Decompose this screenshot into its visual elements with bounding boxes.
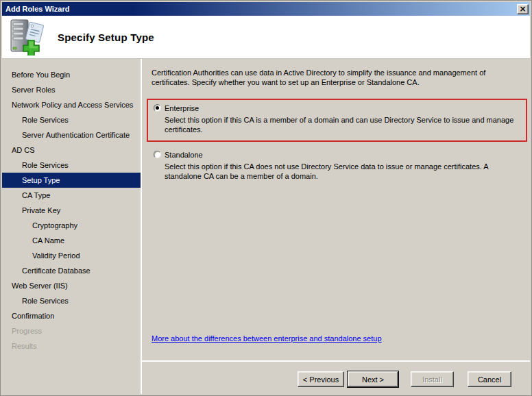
sidebar-item-ca-name[interactable]: CA Name — [2, 233, 141, 248]
standalone-option: Standalone Select this option if this CA… — [153, 150, 520, 181]
standalone-radio-label[interactable]: Standalone — [165, 150, 520, 160]
sidebar-item-role-services-iis[interactable]: Role Services — [2, 293, 141, 308]
sidebar-item-validity-period[interactable]: Validity Period — [2, 248, 141, 263]
more-about-setup-link[interactable]: More about the differences between enter… — [152, 334, 382, 343]
standalone-description: Select this option if this CA does not u… — [165, 162, 520, 181]
enterprise-description: Select this option if this CA is a membe… — [165, 115, 519, 134]
setup-type-page: Certification Authorities can use data i… — [142, 59, 530, 394]
add-role-server-icon — [8, 18, 48, 55]
enterprise-radio[interactable] — [154, 104, 161, 112]
add-roles-wizard-window: Add Roles Wizard × — [0, 0, 532, 396]
window-title: Add Roles Wizard — [5, 5, 517, 13]
sidebar-item-private-key[interactable]: Private Key — [2, 203, 141, 218]
next-button[interactable]: Next > — [348, 371, 398, 387]
wizard-button-bar: < Previous Next > Install Cancel — [142, 360, 530, 394]
enterprise-radio-label[interactable]: Enterprise — [165, 103, 519, 113]
wizard-header: Specify Setup Type — [2, 16, 530, 59]
intro-text: Certification Authorities can use data i… — [152, 68, 520, 87]
previous-button[interactable]: < Previous — [298, 371, 344, 387]
sidebar-item-confirmation[interactable]: Confirmation — [2, 308, 141, 323]
wizard-steps-sidebar: Before You Begin Server Roles Network Po… — [2, 59, 141, 394]
sidebar-item-cryptography[interactable]: Cryptography — [2, 218, 141, 233]
sidebar-item-web-server-iis[interactable]: Web Server (IIS) — [2, 278, 141, 293]
content-spacer — [152, 181, 520, 334]
install-button: Install — [411, 371, 454, 387]
sidebar-item-role-services-npas[interactable]: Role Services — [2, 112, 141, 127]
sidebar-item-before-you-begin[interactable]: Before You Begin — [2, 67, 141, 82]
sidebar-item-server-authentication-certificate[interactable]: Server Authentication Certificate — [2, 127, 141, 143]
enterprise-highlight-box: Enterprise Select this option if this CA… — [147, 99, 527, 142]
close-button[interactable]: × — [517, 4, 529, 14]
page-title: Specify Setup Type — [58, 32, 154, 43]
sidebar-item-ad-cs[interactable]: AD CS — [2, 143, 141, 158]
sidebar-item-role-services-adcs[interactable]: Role Services — [2, 158, 141, 173]
titlebar: Add Roles Wizard × — [2, 2, 530, 16]
sidebar-item-certificate-database[interactable]: Certificate Database — [2, 263, 141, 278]
cancel-button[interactable]: Cancel — [468, 371, 511, 387]
sidebar-item-progress: Progress — [2, 323, 141, 338]
sidebar-item-setup-type[interactable]: Setup Type — [2, 173, 141, 188]
sidebar-item-network-policy-access-services[interactable]: Network Policy and Access Services — [2, 97, 141, 112]
sidebar-item-ca-type[interactable]: CA Type — [2, 188, 141, 203]
wizard-body: Before You Begin Server Roles Network Po… — [2, 59, 530, 394]
sidebar-item-results: Results — [2, 338, 141, 354]
standalone-radio[interactable] — [154, 151, 161, 158]
sidebar-item-server-roles[interactable]: Server Roles — [2, 82, 141, 97]
enterprise-option: Enterprise Select this option if this CA… — [153, 103, 519, 134]
close-icon: × — [519, 4, 526, 14]
